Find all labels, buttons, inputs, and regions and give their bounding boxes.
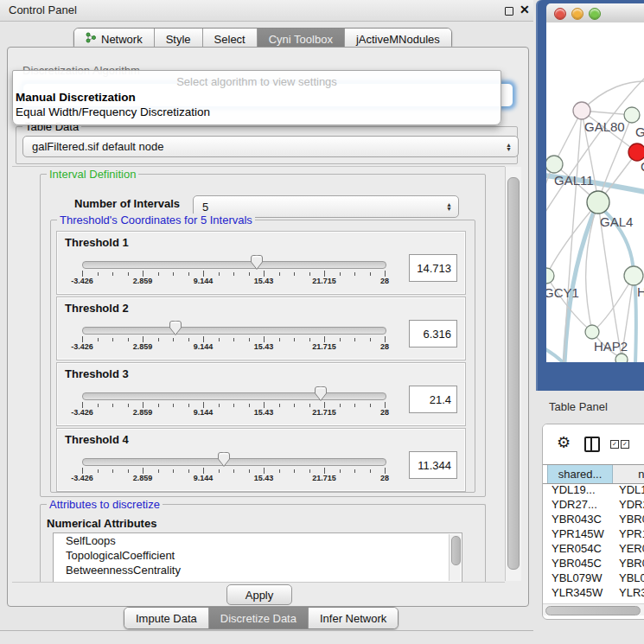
table-row[interactable]: YBR045CYBR0 bbox=[543, 556, 644, 571]
minor-tick bbox=[279, 469, 280, 473]
column-layout-icon[interactable] bbox=[584, 437, 600, 452]
slider-track[interactable] bbox=[82, 458, 386, 466]
tab-label: Impute Data bbox=[136, 612, 197, 625]
minor-tick bbox=[309, 469, 310, 473]
threshold-label: Threshold 4 bbox=[65, 433, 129, 446]
tab-impute-data[interactable]: Impute Data bbox=[124, 608, 209, 628]
close-icon[interactable]: ✕ bbox=[520, 3, 530, 16]
minor-tick bbox=[98, 469, 99, 473]
network-canvas[interactable]: GAL80 GA C GAL11 GAL4 GCY1 H HAP2 bbox=[546, 22, 644, 362]
checkbox-icon[interactable]: ✓ bbox=[621, 440, 629, 449]
table-row[interactable]: YDR27...YDR2 bbox=[543, 497, 644, 512]
tick-label: -3.426 bbox=[63, 474, 101, 482]
control-panel-titlebar bbox=[0, 0, 533, 22]
node-gal4[interactable] bbox=[587, 191, 609, 214]
threshold-value-field[interactable]: 6.316 bbox=[409, 320, 457, 348]
minimize-traffic-light-icon[interactable] bbox=[571, 8, 583, 20]
table-row[interactable]: YER054CYER0 bbox=[543, 541, 644, 556]
major-tick bbox=[324, 402, 325, 408]
settings-vertical-scrollbar[interactable] bbox=[505, 167, 521, 581]
close-traffic-light-icon[interactable] bbox=[554, 8, 566, 20]
table-data-combobox[interactable]: galFiltered.sif default node ▲▼ bbox=[22, 136, 519, 157]
slider-thumb[interactable] bbox=[314, 386, 328, 402]
minor-tick bbox=[128, 404, 129, 407]
slider-track[interactable] bbox=[82, 261, 386, 269]
algorithm-option-equal-width[interactable]: Equal Width/Frequency Discretization bbox=[16, 105, 210, 118]
tab-infer-network[interactable]: Infer Network bbox=[309, 608, 398, 628]
table-panel-title: Table Panel bbox=[549, 400, 608, 413]
column-header-shared-name[interactable]: shared... bbox=[547, 465, 613, 483]
table-row[interactable]: YBL079WYBL0 bbox=[543, 571, 644, 585]
list-scrollbar[interactable] bbox=[449, 534, 461, 581]
list-item[interactable]: BetweennessCentrality bbox=[54, 563, 462, 577]
float-window-icon[interactable] bbox=[505, 7, 513, 16]
list-item[interactable]: TopologicalCoefficient bbox=[54, 548, 462, 563]
table-row[interactable]: YPR145WYPR1 bbox=[543, 526, 644, 541]
tick-label: -3.426 bbox=[63, 408, 101, 417]
gear-icon[interactable]: ⚙ bbox=[557, 433, 571, 452]
minor-tick bbox=[219, 272, 220, 276]
major-tick bbox=[143, 468, 143, 474]
table-hscrollbar-thumb[interactable] bbox=[545, 606, 641, 615]
cell-shared-name: YER054C bbox=[552, 541, 602, 556]
list-scrollbar-thumb[interactable] bbox=[451, 536, 461, 565]
network-nodes[interactable] bbox=[546, 102, 644, 362]
node-label: C bbox=[641, 159, 644, 174]
cell-shared-name: YPR145W bbox=[552, 526, 604, 541]
slider-thumb[interactable] bbox=[169, 320, 182, 336]
node-gal11[interactable] bbox=[546, 156, 563, 173]
table-row[interactable]: YLR345WYLR3 bbox=[543, 585, 644, 600]
checkbox-icon[interactable]: ✓ bbox=[610, 440, 619, 449]
node-gcy1[interactable] bbox=[546, 268, 554, 284]
slider-track[interactable] bbox=[82, 327, 386, 335]
list-item[interactable]: SelfLoops bbox=[54, 533, 462, 548]
node-hap2[interactable] bbox=[585, 325, 599, 339]
tab-label: Discretize Data bbox=[220, 612, 296, 625]
major-tick bbox=[82, 468, 83, 474]
tick-label: 21.715 bbox=[305, 342, 343, 351]
network-window-titlebar[interactable] bbox=[546, 3, 644, 23]
numerical-attributes-list[interactable]: SelfLoopsTopologicalCoefficientBetweenne… bbox=[53, 532, 462, 583]
minor-tick bbox=[249, 338, 250, 341]
table-rows: YDL19...YDL1YDR27...YDR2YBR043CYBR0YPR14… bbox=[543, 482, 644, 603]
threshold-value-field[interactable]: 21.4 bbox=[409, 386, 457, 413]
threshold-value-field[interactable]: 14.713 bbox=[409, 254, 457, 282]
node-partial[interactable] bbox=[615, 354, 628, 362]
column-header-name[interactable]: name bbox=[613, 465, 644, 483]
number-of-intervals-label: Number of Intervals bbox=[74, 197, 180, 210]
threshold-label: Threshold 2 bbox=[65, 302, 129, 315]
table-row[interactable]: YDL19...YDL1 bbox=[543, 482, 644, 497]
major-tick bbox=[264, 336, 265, 342]
settings-scrollbar-thumb[interactable] bbox=[507, 177, 520, 570]
minor-tick bbox=[340, 272, 341, 276]
threshold-value-field[interactable]: 11.344 bbox=[409, 451, 457, 479]
table-panel-card: ⚙ ✓ ✓ shared... name YDL19...YDL1YDR27..… bbox=[542, 424, 644, 620]
tab-label: Cyni Toolbox bbox=[269, 33, 333, 46]
cell-shared-name: YBR043C bbox=[552, 512, 602, 526]
table-horizontal-scrollbar[interactable] bbox=[543, 603, 644, 615]
minor-tick bbox=[370, 272, 371, 276]
algorithm-option-manual[interactable]: Manual Discretization bbox=[16, 91, 136, 104]
zoom-traffic-light-icon[interactable] bbox=[589, 8, 601, 20]
slider-thumb[interactable] bbox=[250, 254, 264, 271]
slider-thumb[interactable] bbox=[217, 451, 231, 468]
interval-definition-title: Interval Definition bbox=[47, 168, 138, 181]
major-tick bbox=[264, 271, 265, 277]
node-label: H bbox=[637, 284, 644, 299]
node-ga[interactable] bbox=[624, 107, 640, 123]
slider-track[interactable] bbox=[82, 392, 386, 400]
minor-tick bbox=[309, 404, 310, 407]
tick-label: 2.859 bbox=[124, 408, 162, 417]
threshold-label: Threshold 1 bbox=[65, 236, 129, 249]
tab-discretize-data[interactable]: Discretize Data bbox=[209, 608, 309, 628]
cell-shared-name: YDR27... bbox=[552, 497, 597, 512]
node-h[interactable] bbox=[624, 266, 643, 285]
node-gal80[interactable] bbox=[573, 102, 590, 119]
table-row[interactable]: YBR043CYBR0 bbox=[543, 512, 644, 526]
major-tick bbox=[385, 271, 386, 277]
major-tick bbox=[82, 271, 83, 277]
minor-tick bbox=[233, 272, 234, 276]
minor-tick bbox=[173, 469, 174, 473]
node-red[interactable] bbox=[628, 143, 644, 161]
apply-button[interactable]: Apply bbox=[226, 584, 292, 605]
